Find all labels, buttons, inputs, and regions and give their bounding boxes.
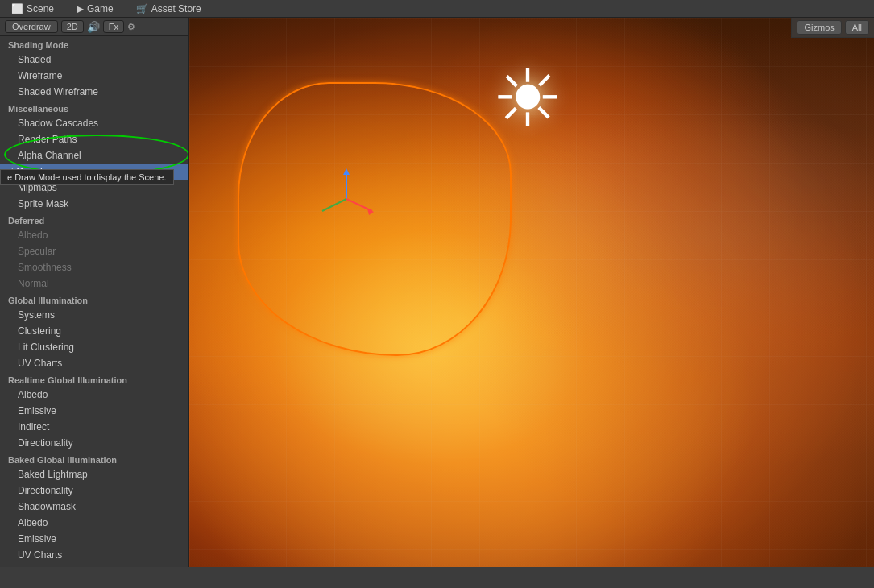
wireframe-item[interactable]: Wireframe <box>0 68 188 84</box>
uv-charts-bgi-item[interactable]: UV Charts <box>0 547 188 563</box>
game-tab[interactable]: ▶ Game <box>70 2 120 16</box>
directionality-bgi-item[interactable]: Directionality <box>0 482 188 499</box>
gizmos-btn[interactable]: Gizmos <box>797 20 841 35</box>
overdraw-mode-label[interactable]: Overdraw <box>5 20 58 33</box>
specular-item[interactable]: Specular <box>0 243 188 259</box>
scene-tab-icon: ⬜ <box>11 3 23 14</box>
game-tab-icon: ▶ <box>77 3 84 14</box>
scene-tab[interactable]: ⬜ Scene <box>5 2 60 16</box>
global-illumination-header: Global Illumination <box>0 292 188 307</box>
shaded-wireframe-item[interactable]: Shaded Wireframe <box>0 84 188 100</box>
realtime-gi-header: Realtime Global Illumination <box>0 371 188 387</box>
uv-charts-gi-item[interactable]: UV Charts <box>0 355 188 371</box>
scene-tab-label: Scene <box>27 3 54 14</box>
transform-gizmo <box>314 167 379 231</box>
miscellaneous-header: Miscellaneous <box>0 100 188 115</box>
draw-mode-menu: Overdraw 2D 🔊 Fx ⚙ Shading Mode Shaded W… <box>0 18 189 567</box>
shadow-cascades-item[interactable]: Shadow Cascades <box>0 115 188 131</box>
top-bar: ⬜ Scene ▶ Game 🛒 Asset Store <box>0 0 874 18</box>
baked-gi-header: Baked Global Illumination <box>0 451 188 466</box>
baked-lightmap-item[interactable]: Baked Lightmap <box>0 466 188 482</box>
indirect-item[interactable]: Indirect <box>0 419 188 435</box>
directionality-rgi-item[interactable]: Directionality <box>0 435 188 451</box>
fx-btn[interactable]: Fx <box>103 20 124 33</box>
emissive-bgi-item[interactable]: Emissive <box>0 531 188 547</box>
shadowmask-item[interactable]: Shadowmask <box>0 499 188 515</box>
lit-clustering-item[interactable]: Lit Clustering <box>0 339 188 355</box>
svg-line-4 <box>322 199 346 211</box>
game-tab-label: Game <box>87 3 114 14</box>
sun-icon: ☀ <box>479 50 576 147</box>
shading-mode-header: Shading Mode <box>0 36 188 52</box>
normal-item[interactable]: Normal <box>0 275 188 292</box>
systems-item[interactable]: Systems <box>0 307 188 323</box>
tooltip: e Draw Mode used to display the Scene. <box>0 169 174 185</box>
main-layout: Overdraw 2D 🔊 Fx ⚙ Shading Mode Shaded W… <box>0 18 874 567</box>
clustering-item[interactable]: Clustering <box>0 323 188 339</box>
emissive-rgi-item[interactable]: Emissive <box>0 403 188 419</box>
asset-store-tab[interactable]: 🛒 Asset Store <box>130 2 208 16</box>
viewport-controls: Gizmos All <box>791 18 874 38</box>
alpha-channel-item[interactable]: Alpha Channel <box>0 147 188 164</box>
sun-shape: ☀ <box>491 58 564 139</box>
svg-marker-1 <box>343 168 350 175</box>
asset-store-tab-icon: 🛒 <box>136 3 148 14</box>
all-layers-btn[interactable]: All <box>845 20 869 35</box>
shaded-item[interactable]: Shaded <box>0 52 188 68</box>
scene-viewport[interactable]: ☀ Gizmos All <box>189 18 874 567</box>
2d-btn[interactable]: 2D <box>61 20 84 33</box>
albedo-bgi-item[interactable]: Albedo <box>0 515 188 531</box>
render-paths-item[interactable]: Render Paths <box>0 131 188 147</box>
layers-icon: ⚙ <box>127 22 135 32</box>
audio-icon: 🔊 <box>87 21 100 33</box>
asset-store-tab-label: Asset Store <box>151 3 201 14</box>
albedo-rgi-item[interactable]: Albedo <box>0 387 188 403</box>
smoothness-item[interactable]: Smoothness <box>0 259 188 275</box>
deferred-header: Deferred <box>0 212 188 227</box>
tooltip-text: e Draw Mode used to display the Scene. <box>7 172 167 182</box>
texel-validity-item[interactable]: Texel Validity <box>0 563 188 567</box>
albedo-deferred-item[interactable]: Albedo <box>0 227 188 243</box>
sprite-mask-item[interactable]: Sprite Mask <box>0 196 188 212</box>
